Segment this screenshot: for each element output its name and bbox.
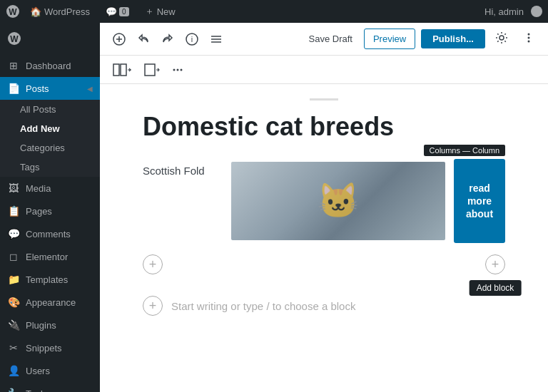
post-title[interactable]: Domestic cat breeds	[143, 112, 505, 142]
read-more-button[interactable]: read more about	[454, 159, 505, 243]
appearance-icon: 🎨	[7, 296, 20, 308]
svg-rect-18	[145, 64, 155, 76]
elementor-icon: ◻	[7, 251, 20, 262]
svg-text:W: W	[9, 7, 17, 17]
add-block-toolbar-button[interactable]	[108, 29, 130, 50]
add-block-row: + + Add block	[143, 254, 505, 274]
info-icon: i	[186, 33, 198, 46]
sidebar-item-comments[interactable]: 💬 Comments	[0, 222, 100, 245]
templates-icon: 📁	[7, 274, 20, 285]
save-draft-button[interactable]: Save Draft	[303, 29, 358, 48]
sidebar-wp-icon: W	[7, 31, 21, 46]
text-column[interactable]: Scottish Fold	[143, 159, 228, 243]
add-block-right-wrapper: + Add block	[485, 254, 505, 274]
editor-toolbar2	[100, 56, 548, 84]
publish-button[interactable]: Publish...	[421, 29, 485, 48]
sidebar-item-plugins[interactable]: 🔌 Plugins	[0, 314, 100, 336]
sidebar-item-appearance[interactable]: 🎨 Appearance	[0, 291, 100, 314]
comments-icon: 💬	[7, 228, 20, 239]
undo-icon	[137, 33, 150, 46]
sidebar-logo: W	[0, 23, 100, 54]
dashboard-icon: ⊞	[7, 60, 20, 71]
sidebar-item-elementor[interactable]: ◻ Elementor	[0, 245, 100, 268]
new-content-link[interactable]: ＋ New	[139, 5, 181, 18]
sidebar-item-users[interactable]: 👤 Users	[0, 359, 100, 382]
posts-submenu: All Posts Add New Categories Tags	[0, 100, 100, 177]
settings-button[interactable]	[491, 27, 512, 51]
svg-point-20	[177, 68, 179, 71]
columns-block: Scottish Fold read more about	[143, 159, 505, 243]
home-icon: 🏠	[30, 6, 41, 17]
comment-icon: 💬	[106, 6, 117, 17]
tools-icon: 🔧	[7, 388, 20, 392]
sidebar-item-tools[interactable]: 🔧 Tools	[0, 382, 100, 392]
media-icon: 🖼	[7, 182, 20, 194]
svg-point-19	[173, 68, 176, 71]
image-column	[228, 159, 448, 243]
cat-image	[231, 162, 445, 240]
list-icon	[210, 33, 223, 46]
sidebar-item-posts[interactable]: 📄 Posts ◀	[0, 77, 100, 100]
add-block-right-button[interactable]: +	[485, 254, 505, 274]
submenu-all-posts[interactable]: All Posts	[0, 100, 100, 119]
info-button[interactable]: i	[181, 29, 203, 50]
block-list-button[interactable]	[206, 29, 227, 50]
plus-icon: ＋	[145, 5, 154, 18]
svg-point-14	[528, 36, 530, 38]
snippets-icon: ✂	[7, 342, 20, 354]
posts-icon: 📄	[7, 83, 20, 94]
sidebar-item-templates[interactable]: 📁 Templates	[0, 268, 100, 291]
button-column: read more about	[448, 159, 505, 243]
editor-area: i Save Draft Preview Publish...	[100, 23, 548, 392]
start-writing-row[interactable]: + Start writing or type / to choose a bl…	[143, 296, 505, 316]
more-options-button[interactable]	[518, 27, 539, 51]
svg-text:W: W	[10, 34, 19, 44]
editor-toolbar: i Save Draft Preview Publish...	[100, 23, 548, 56]
wp-logo-icon: W	[6, 4, 20, 19]
sidebar: W ⊞ Dashboard 📄 Posts ◀ All Posts Add Ne…	[0, 23, 100, 392]
more-toolbar-button[interactable]	[167, 59, 188, 81]
preview-button[interactable]: Preview	[364, 29, 415, 49]
svg-point-12	[499, 36, 504, 40]
columns-icon	[113, 63, 133, 77]
gear-icon	[495, 31, 508, 44]
sidebar-item-media[interactable]: 🖼 Media	[0, 177, 100, 200]
site-name-link[interactable]: 🏠 WordPress	[24, 6, 96, 17]
plugins-icon: 🔌	[7, 319, 20, 331]
add-block-tooltip: Add block	[470, 280, 522, 296]
avatar	[531, 6, 542, 17]
horizontal-dots-icon	[171, 63, 184, 76]
vertical-dots-icon	[522, 31, 535, 44]
submenu-tags[interactable]: Tags	[0, 158, 100, 177]
pages-icon: 📋	[7, 205, 20, 217]
title-divider	[310, 98, 338, 100]
editor-content[interactable]: Domestic cat breeds Columns — Column Sco…	[100, 84, 548, 392]
submenu-add-new[interactable]: Add New	[0, 119, 100, 138]
columns-block-wrapper: Columns — Column Scottish Fold read more…	[143, 159, 505, 243]
align-icon	[144, 63, 160, 77]
start-writing-placeholder: Start writing or type / to choose a bloc…	[171, 300, 355, 312]
columns-view-button[interactable]	[108, 58, 137, 81]
redo-icon	[161, 33, 174, 46]
sidebar-item-snippets[interactable]: ✂ Snippets	[0, 336, 100, 359]
submenu-categories[interactable]: Categories	[0, 138, 100, 158]
column-label: Columns — Column	[424, 145, 505, 156]
svg-point-21	[181, 68, 183, 71]
add-block-center-button[interactable]: +	[143, 254, 163, 274]
add-paragraph-button[interactable]: +	[143, 296, 163, 316]
users-icon: 👤	[7, 365, 20, 376]
sidebar-item-dashboard[interactable]: ⊞ Dashboard	[0, 54, 100, 77]
undo-button[interactable]	[133, 29, 154, 50]
comments-link[interactable]: 💬 0	[100, 6, 135, 17]
svg-text:i: i	[191, 35, 193, 43]
align-button[interactable]	[140, 58, 164, 81]
svg-rect-16	[113, 64, 119, 76]
redo-button[interactable]	[157, 29, 178, 50]
svg-point-13	[528, 33, 530, 35]
chevron-icon: ◀	[87, 85, 93, 93]
hi-admin-text: Hi, admin	[484, 6, 524, 17]
admin-bar: W 🏠 WordPress 💬 0 ＋ New Hi, admin	[0, 0, 548, 23]
sidebar-item-pages[interactable]: 📋 Pages	[0, 200, 100, 222]
svg-rect-17	[121, 64, 126, 76]
plus-circle-icon	[113, 33, 126, 46]
